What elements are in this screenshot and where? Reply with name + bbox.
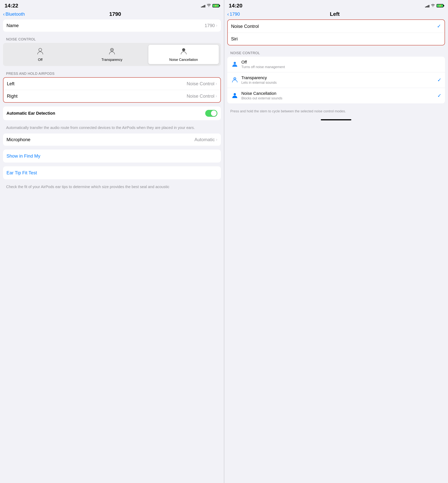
noise-cancel-option-icon	[231, 92, 239, 100]
battery-charging-icon: ⚡	[214, 4, 217, 7]
ear-detection-label: Automatic Ear Detection	[7, 111, 205, 116]
noise-transparency-row[interactable]: Transparency Lets in external sounds ✓	[227, 72, 445, 88]
svg-point-7	[234, 78, 235, 79]
ear-detection-row: Automatic Ear Detection	[3, 106, 221, 120]
find-my-card[interactable]: Show in Find My	[3, 150, 221, 162]
noise-hint-text: Press and hold the stem to cycle between…	[224, 107, 448, 118]
svg-point-5	[234, 62, 236, 64]
left-status-icons: ⚡	[201, 4, 219, 8]
right-nav-title: Left	[240, 11, 430, 17]
ear-detection-toggle[interactable]	[205, 110, 217, 117]
left-back-button[interactable]: ‹ Bluetooth	[3, 11, 25, 17]
noise-control-header: NOISE CONTROL	[0, 35, 224, 43]
left-label: Left	[7, 81, 187, 86]
noise-transparency-title: Transparency	[241, 75, 438, 80]
segment-noise-cancellation[interactable]: Noise Cancellation	[148, 45, 219, 64]
svg-point-0	[39, 48, 42, 51]
siri-option-label: Siri	[231, 36, 441, 42]
right-phone-panel: 14:20 ⚡ ‹ 1790 Le	[224, 0, 448, 483]
find-my-label: Show in Find My	[7, 153, 40, 159]
right-status-bar: 14:20 ⚡	[224, 0, 448, 10]
noise-cancel-title: Noise Cancellation	[241, 91, 438, 96]
right-value: Noise Control	[187, 93, 214, 99]
right-row[interactable]: Right Noise Control ›	[3, 90, 220, 102]
right-nav-bar: ‹ 1790 Left	[224, 10, 448, 19]
noise-control-option-row[interactable]: Noise Control ✓	[228, 20, 445, 33]
left-status-time: 14:22	[5, 3, 18, 9]
right-status-icons: ⚡	[425, 4, 443, 8]
microphone-chevron-icon: ›	[216, 137, 217, 142]
home-indicator	[321, 119, 351, 120]
left-nav-title: 1790	[25, 11, 205, 17]
noise-off-title: Off	[241, 60, 442, 65]
right-chevron-icon: ›	[216, 94, 217, 99]
press-hold-header: PRESS AND HOLD AIRPODS	[0, 70, 224, 77]
left-status-bar: 14:22 ⚡	[0, 0, 224, 10]
name-row[interactable]: Name 1790 ›	[3, 19, 221, 32]
noise-cancel-content: Noise Cancellation Blocks out external s…	[241, 91, 438, 100]
toggle-knob	[211, 111, 217, 116]
right-status-time: 14:20	[229, 3, 243, 9]
right-noise-control-header: NOISE CONTROL	[224, 49, 448, 57]
name-label: Name	[7, 23, 205, 28]
right-back-button[interactable]: ‹ 1790	[227, 11, 240, 17]
right-content: Noise Control ✓ Siri NOISE CONTROL Off	[224, 19, 448, 483]
noise-off-icon	[231, 60, 239, 68]
right-label: Right	[7, 93, 187, 99]
segment-transparency[interactable]: Transparency	[77, 45, 147, 64]
microphone-label: Microphone	[7, 137, 194, 142]
noise-control-segment: Off Transparency	[3, 43, 221, 66]
microphone-value: Automatic	[194, 137, 215, 142]
left-back-chevron-icon: ‹	[3, 12, 5, 16]
segment-off-label: Off	[38, 58, 42, 62]
noise-transparency-icon	[231, 76, 239, 84]
segment-noise-cancel-label: Noise Cancellation	[169, 58, 198, 62]
noise-cancel-subtitle: Blocks out external sounds	[241, 96, 438, 100]
left-phone-panel: 14:22 ⚡ ‹ Bluet	[0, 0, 224, 483]
right-battery-icon: ⚡	[437, 4, 443, 8]
ear-detection-card: Automatic Ear Detection	[3, 106, 221, 120]
name-card: Name 1790 ›	[3, 19, 221, 32]
left-row[interactable]: Left Noise Control ›	[3, 78, 220, 90]
microphone-card: Microphone Automatic ›	[3, 134, 221, 146]
transparency-icon	[107, 47, 117, 56]
ear-tip-description: Check the fit of your AirPods ear tips t…	[0, 183, 224, 191]
noise-transparency-content: Transparency Lets in external sounds	[241, 75, 438, 85]
wifi-icon	[207, 4, 211, 8]
ear-detection-description: Automatically transfer the audio route f…	[0, 124, 224, 134]
right-wifi-icon	[431, 4, 435, 8]
off-icon	[36, 47, 45, 56]
ear-tip-card[interactable]: Ear Tip Fit Test	[3, 166, 221, 179]
noise-transparency-subtitle: Lets in external sounds	[241, 81, 438, 85]
name-value: 1790	[205, 23, 215, 28]
noise-cancel-row[interactable]: Noise Cancellation Blocks out external s…	[227, 88, 445, 103]
signal-icon	[201, 4, 205, 8]
svg-point-9	[234, 93, 236, 95]
left-nav-bar: ‹ Bluetooth 1790	[0, 10, 224, 19]
noise-off-row[interactable]: Off Turns off noise management	[227, 57, 445, 72]
segment-transparency-label: Transparency	[102, 58, 122, 62]
right-back-label: 1790	[230, 11, 240, 17]
right-back-chevron-icon: ‹	[227, 12, 229, 16]
right-battery-charging-icon: ⚡	[439, 4, 441, 7]
ear-tip-label: Ear Tip Fit Test	[7, 170, 37, 175]
svg-point-4	[182, 48, 185, 51]
left-back-label: Bluetooth	[6, 11, 25, 17]
segment-off[interactable]: Off	[5, 45, 76, 64]
options-card: Noise Control ✓ Siri	[227, 19, 445, 45]
noise-options-card: Off Turns off noise management Transpare…	[227, 57, 445, 103]
right-signal-icon	[425, 4, 429, 8]
left-chevron-icon: ›	[216, 81, 217, 86]
noise-cancel-icon	[179, 47, 188, 56]
microphone-row[interactable]: Microphone Automatic ›	[3, 134, 221, 146]
noise-control-check-icon: ✓	[437, 23, 441, 29]
noise-off-subtitle: Turns off noise management	[241, 65, 442, 69]
left-content: Name 1790 › NOISE CONTROL Off	[0, 19, 224, 483]
name-chevron-icon: ›	[216, 23, 217, 28]
noise-off-content: Off Turns off noise management	[241, 60, 442, 69]
siri-option-row[interactable]: Siri	[228, 33, 445, 45]
left-value: Noise Control	[187, 81, 214, 86]
transparency-check-icon: ✓	[437, 77, 441, 83]
press-hold-card: Left Noise Control › Right Noise Control…	[3, 77, 221, 103]
battery-icon: ⚡	[212, 4, 219, 8]
